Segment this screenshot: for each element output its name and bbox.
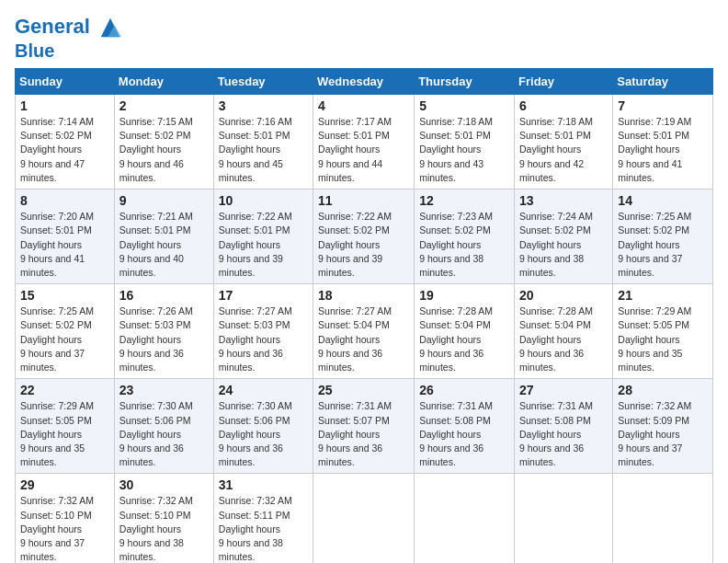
day-cell: 9 Sunrise: 7:21 AM Sunset: 5:01 PM Dayli… (114, 190, 213, 284)
day-number: 22 (20, 383, 109, 397)
day-cell (415, 474, 515, 563)
day-number: 23 (119, 383, 209, 397)
weekday-header-monday: Monday (114, 69, 213, 95)
day-cell: 15 Sunrise: 7:25 AM Sunset: 5:02 PM Dayl… (16, 284, 115, 379)
day-cell (313, 474, 415, 563)
day-cell: 8 Sunrise: 7:20 AM Sunset: 5:01 PM Dayli… (16, 190, 115, 284)
day-cell (613, 474, 713, 563)
week-row-5: 29 Sunrise: 7:32 AM Sunset: 5:10 PM Dayl… (16, 474, 713, 563)
day-number: 17 (219, 288, 308, 303)
day-info: Sunrise: 7:32 AM Sunset: 5:09 PM Dayligh… (618, 399, 708, 469)
day-number: 29 (20, 477, 109, 492)
weekday-header-wednesday: Wednesday (313, 69, 415, 95)
day-info: Sunrise: 7:18 AM Sunset: 5:01 PM Dayligh… (419, 115, 509, 185)
day-number: 2 (119, 98, 209, 113)
day-number: 15 (20, 288, 109, 303)
day-number: 13 (519, 193, 608, 208)
weekday-header-tuesday: Tuesday (213, 69, 313, 95)
day-cell: 18 Sunrise: 7:27 AM Sunset: 5:04 PM Dayl… (313, 284, 415, 379)
day-number: 12 (419, 193, 509, 208)
day-info: Sunrise: 7:31 AM Sunset: 5:07 PM Dayligh… (318, 399, 409, 469)
day-number: 14 (618, 193, 708, 208)
day-cell: 3 Sunrise: 7:16 AM Sunset: 5:01 PM Dayli… (213, 95, 313, 190)
day-number: 21 (618, 288, 708, 303)
weekday-header-saturday: Saturday (613, 69, 713, 95)
day-number: 10 (219, 193, 308, 208)
day-info: Sunrise: 7:14 AM Sunset: 5:02 PM Dayligh… (20, 115, 109, 185)
day-number: 24 (219, 383, 308, 397)
day-cell: 26 Sunrise: 7:31 AM Sunset: 5:08 PM Dayl… (415, 379, 515, 474)
day-info: Sunrise: 7:15 AM Sunset: 5:02 PM Dayligh… (119, 115, 209, 185)
day-cell: 4 Sunrise: 7:17 AM Sunset: 5:01 PM Dayli… (313, 95, 415, 190)
header: General Blue (15, 15, 713, 61)
day-info: Sunrise: 7:20 AM Sunset: 5:01 PM Dayligh… (20, 210, 109, 280)
weekday-header-row: SundayMondayTuesdayWednesdayThursdayFrid… (16, 69, 713, 95)
day-cell: 30 Sunrise: 7:32 AM Sunset: 5:10 PM Dayl… (114, 474, 213, 563)
day-number: 1 (20, 98, 109, 113)
day-number: 26 (419, 383, 509, 397)
day-cell: 11 Sunrise: 7:22 AM Sunset: 5:02 PM Dayl… (313, 190, 415, 284)
day-cell: 25 Sunrise: 7:31 AM Sunset: 5:07 PM Dayl… (313, 379, 415, 474)
day-cell: 16 Sunrise: 7:26 AM Sunset: 5:03 PM Dayl… (114, 284, 213, 379)
day-number: 8 (20, 193, 109, 208)
day-number: 31 (219, 477, 308, 492)
day-cell: 14 Sunrise: 7:25 AM Sunset: 5:02 PM Dayl… (613, 190, 713, 284)
day-info: Sunrise: 7:23 AM Sunset: 5:02 PM Dayligh… (419, 210, 509, 280)
day-cell: 20 Sunrise: 7:28 AM Sunset: 5:04 PM Dayl… (515, 284, 613, 379)
day-info: Sunrise: 7:32 AM Sunset: 5:10 PM Dayligh… (119, 494, 209, 563)
logo: General Blue (15, 15, 123, 61)
calendar-table: SundayMondayTuesdayWednesdayThursdayFrid… (15, 68, 713, 563)
day-cell: 29 Sunrise: 7:32 AM Sunset: 5:10 PM Dayl… (16, 474, 115, 563)
day-cell: 28 Sunrise: 7:32 AM Sunset: 5:09 PM Dayl… (613, 379, 713, 474)
day-number: 7 (618, 98, 708, 113)
day-number: 19 (419, 288, 509, 303)
week-row-3: 15 Sunrise: 7:25 AM Sunset: 5:02 PM Dayl… (16, 284, 713, 379)
day-info: Sunrise: 7:27 AM Sunset: 5:03 PM Dayligh… (219, 304, 308, 374)
day-number: 30 (119, 477, 209, 492)
day-number: 4 (318, 98, 409, 113)
day-info: Sunrise: 7:21 AM Sunset: 5:01 PM Dayligh… (119, 210, 209, 280)
day-number: 16 (119, 288, 209, 303)
day-cell: 31 Sunrise: 7:32 AM Sunset: 5:11 PM Dayl… (213, 474, 313, 563)
day-info: Sunrise: 7:28 AM Sunset: 5:04 PM Dayligh… (519, 304, 608, 374)
day-cell: 21 Sunrise: 7:29 AM Sunset: 5:05 PM Dayl… (613, 284, 713, 379)
day-info: Sunrise: 7:32 AM Sunset: 5:11 PM Dayligh… (219, 494, 308, 563)
day-number: 6 (519, 98, 608, 113)
day-info: Sunrise: 7:27 AM Sunset: 5:04 PM Dayligh… (318, 304, 409, 374)
day-info: Sunrise: 7:25 AM Sunset: 5:02 PM Dayligh… (618, 210, 708, 280)
day-cell: 2 Sunrise: 7:15 AM Sunset: 5:02 PM Dayli… (114, 95, 213, 190)
day-number: 27 (519, 383, 608, 397)
day-cell: 19 Sunrise: 7:28 AM Sunset: 5:04 PM Dayl… (415, 284, 515, 379)
day-cell (515, 474, 613, 563)
day-info: Sunrise: 7:25 AM Sunset: 5:02 PM Dayligh… (20, 304, 109, 374)
day-cell: 6 Sunrise: 7:18 AM Sunset: 5:01 PM Dayli… (515, 95, 613, 190)
week-row-1: 1 Sunrise: 7:14 AM Sunset: 5:02 PM Dayli… (16, 95, 713, 190)
day-info: Sunrise: 7:29 AM Sunset: 5:05 PM Dayligh… (618, 304, 708, 374)
week-row-2: 8 Sunrise: 7:20 AM Sunset: 5:01 PM Dayli… (16, 190, 713, 284)
day-number: 9 (119, 193, 209, 208)
day-number: 11 (318, 193, 409, 208)
weekday-header-sunday: Sunday (16, 69, 115, 95)
day-info: Sunrise: 7:32 AM Sunset: 5:10 PM Dayligh… (20, 494, 109, 563)
day-cell: 10 Sunrise: 7:22 AM Sunset: 5:01 PM Dayl… (213, 190, 313, 284)
logo-subtext: Blue (15, 40, 123, 61)
day-number: 18 (318, 288, 409, 303)
day-cell: 23 Sunrise: 7:30 AM Sunset: 5:06 PM Dayl… (114, 379, 213, 474)
day-info: Sunrise: 7:16 AM Sunset: 5:01 PM Dayligh… (219, 115, 308, 185)
day-info: Sunrise: 7:24 AM Sunset: 5:02 PM Dayligh… (519, 210, 608, 280)
day-cell: 27 Sunrise: 7:31 AM Sunset: 5:08 PM Dayl… (515, 379, 613, 474)
day-info: Sunrise: 7:18 AM Sunset: 5:01 PM Dayligh… (519, 115, 608, 185)
day-info: Sunrise: 7:22 AM Sunset: 5:02 PM Dayligh… (318, 210, 409, 280)
day-cell: 1 Sunrise: 7:14 AM Sunset: 5:02 PM Dayli… (16, 95, 115, 190)
day-cell: 22 Sunrise: 7:29 AM Sunset: 5:05 PM Dayl… (16, 379, 115, 474)
day-cell: 24 Sunrise: 7:30 AM Sunset: 5:06 PM Dayl… (213, 379, 313, 474)
day-number: 25 (318, 383, 409, 397)
day-info: Sunrise: 7:31 AM Sunset: 5:08 PM Dayligh… (419, 399, 509, 469)
day-number: 5 (419, 98, 509, 113)
day-number: 28 (618, 383, 708, 397)
day-number: 3 (219, 98, 308, 113)
logo-text: General (15, 15, 123, 40)
day-number: 20 (519, 288, 608, 303)
weekday-header-friday: Friday (515, 69, 613, 95)
day-info: Sunrise: 7:17 AM Sunset: 5:01 PM Dayligh… (318, 115, 409, 185)
